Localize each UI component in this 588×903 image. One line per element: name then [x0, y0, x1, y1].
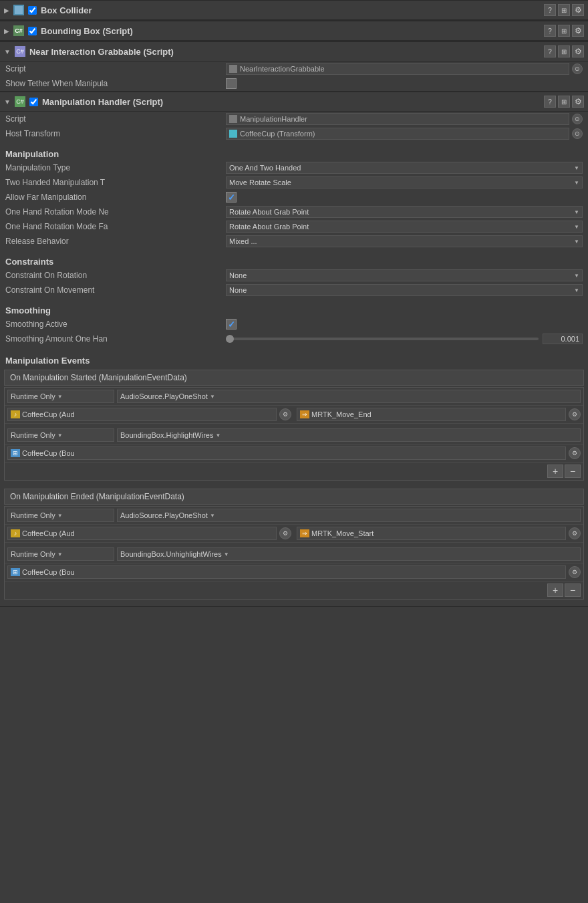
manip-type-dropdown-arrow: ▼ [574, 165, 579, 171]
one-hand-near-dropdown[interactable]: Rotate About Grab Point ▼ [226, 206, 583, 218]
near-script-value: NearInteractionGrabbable [240, 65, 325, 73]
manip-started-group-title: On Manipulation Started (ManipulationEve… [4, 370, 584, 386]
manip-type-dropdown[interactable]: One And Two Handed ▼ [226, 162, 583, 174]
manip-started-runtime-label-2: Runtime Only [11, 431, 55, 439]
near-script-circle-btn[interactable]: ⊙ [572, 63, 583, 74]
near-interaction-chevron[interactable]: ▼ [4, 48, 11, 55]
near-script-row: Script NearInteractionGrabbable ⊙ [0, 61, 588, 76]
near-tether-value-container [226, 78, 583, 89]
manip-ended-runtime-dropdown-1[interactable]: Runtime Only ▼ [7, 509, 114, 522]
two-handed-dropdown[interactable]: Move Rotate Scale ▼ [226, 176, 583, 188]
manip-started-func-arrow-2: ▼ [215, 432, 220, 438]
constraint-rotation-row: Constraint On Rotation None ▼ [0, 268, 588, 283]
manip-ended-settings-2[interactable]: ⚙ [569, 566, 581, 578]
manip-ended-add-btn[interactable]: + [547, 584, 563, 597]
manip-started-add-btn[interactable]: + [547, 465, 563, 478]
smoothing-active-checkmark: ✓ [228, 320, 235, 329]
constraint-movement-value-container[interactable]: None ▼ [226, 284, 583, 296]
near-interaction-help-btn[interactable]: ? [544, 45, 556, 57]
release-behavior-dropdown[interactable]: Mixed ... ▼ [226, 235, 583, 247]
one-hand-near-value-container[interactable]: Rotate About Grab Point ▼ [226, 206, 583, 218]
smoothing-amount-slider-thumb[interactable] [226, 335, 234, 343]
manip-handler-gear-btn[interactable]: ⚙ [572, 96, 584, 108]
two-handed-row: Two Handed Manipulation T Move Rotate Sc… [0, 175, 588, 190]
box-collider-enabled-checkbox[interactable] [28, 6, 37, 15]
manip-type-label: Manipulation Type [5, 163, 226, 172]
near-interaction-expand-btn[interactable]: ⊞ [558, 45, 570, 57]
one-hand-far-dropdown[interactable]: Rotate About Grab Point ▼ [226, 221, 583, 233]
smoothing-amount-slider-track[interactable] [226, 338, 539, 340]
manip-started-object-row-2: ⊞ CoffeeCup (Bou ⚙ [5, 444, 583, 462]
manip-started-func-label-1: AudioSource.PlayOneShot [120, 392, 208, 400]
manip-started-runtime-dropdown-2[interactable]: Runtime Only ▼ [7, 428, 114, 442]
box-collider-header-icons: ? ⊞ ⚙ [544, 4, 584, 16]
near-script-field: NearInteractionGrabbable [226, 63, 569, 75]
one-hand-far-value-container[interactable]: Rotate About Grab Point ▼ [226, 221, 583, 233]
manip-ended-func-dropdown-1[interactable]: AudioSource.PlayOneShot ▼ [117, 509, 581, 522]
allow-far-checkbox[interactable]: ✓ [226, 192, 237, 203]
manip-handler-enabled-checkbox[interactable] [29, 98, 38, 106]
manip-ended-remove-btn[interactable]: − [565, 584, 581, 597]
manip-host-transform-field: CoffeeCup (Transform) [226, 128, 569, 140]
manip-ended-settings-1[interactable]: ⚙ [279, 527, 291, 539]
constraint-rotation-dropdown[interactable]: None ▼ [226, 269, 583, 281]
manip-ended-obj-ref-1: ♪ CoffeeCup (Aud [7, 527, 277, 540]
smoothing-active-checkbox[interactable]: ✓ [226, 319, 237, 330]
bounding-box-enabled-checkbox[interactable] [28, 27, 37, 35]
smoothing-active-row: Smoothing Active ✓ [0, 317, 588, 332]
manip-started-settings-1[interactable]: ⚙ [279, 408, 291, 420]
one-hand-near-dropdown-arrow: ▼ [574, 209, 579, 215]
smoothing-amount-value[interactable]: 0.001 [543, 334, 583, 344]
box-collider-section: ▶ Box Collider ? ⊞ ⚙ [0, 0, 588, 21]
manip-ended-clip-settings-1[interactable]: ⚙ [569, 527, 581, 539]
manip-type-value-container[interactable]: One And Two Handed ▼ [226, 162, 583, 174]
manip-ended-group-title: On Manipulation Ended (ManipulationEvent… [4, 489, 584, 505]
manip-started-remove-btn[interactable]: − [565, 465, 581, 478]
audio-icon-1: ♪ [11, 410, 20, 418]
manip-started-clip-settings-1[interactable]: ⚙ [569, 408, 581, 420]
constraint-movement-dropdown[interactable]: None ▼ [226, 284, 583, 296]
manip-handler-chevron[interactable]: ▼ [4, 98, 11, 106]
bounding-box-help-btn[interactable]: ? [544, 25, 556, 37]
constraint-rotation-value-container[interactable]: None ▼ [226, 269, 583, 281]
manip-started-settings-2[interactable]: ⚙ [569, 447, 581, 459]
manip-host-transform-circle-btn[interactable]: ⊙ [572, 128, 583, 139]
manip-ended-obj-label-1: CoffeeCup (Aud [22, 529, 75, 537]
near-tether-checkbox[interactable] [226, 78, 237, 89]
box-collider-chevron[interactable]: ▶ [4, 7, 9, 14]
one-hand-near-label: One Hand Rotation Mode Ne [5, 207, 226, 217]
manip-script-icon [229, 115, 237, 123]
box-collider-expand-btn[interactable]: ⊞ [558, 4, 570, 16]
manip-ended-func-label-1: AudioSource.PlayOneShot [120, 511, 208, 519]
two-handed-value-container[interactable]: Move Rotate Scale ▼ [226, 176, 583, 188]
manip-handler-expand-btn[interactable]: ⊞ [558, 96, 570, 108]
smoothing-amount-value-container: 0.001 [226, 334, 583, 344]
manip-started-runtime-dropdown-1[interactable]: Runtime Only ▼ [7, 390, 114, 403]
manip-started-func-dropdown-1[interactable]: AudioSource.PlayOneShot ▼ [117, 390, 581, 403]
audio-icon-2: ♪ [11, 529, 20, 537]
manip-script-row: Script ManipulationHandler ⊙ [0, 112, 588, 126]
manip-started-clip-ref-1: ⇒ MRTK_Move_End [297, 408, 566, 421]
manip-ended-runtime-label-2: Runtime Only [11, 550, 55, 558]
release-behavior-dropdown-value: Mixed ... [229, 237, 257, 245]
allow-far-checkmark: ✓ [228, 193, 235, 202]
manip-started-func-dropdown-2[interactable]: BoundingBox.HighlightWires ▼ [117, 428, 581, 442]
manip-ended-runtime-dropdown-2[interactable]: Runtime Only ▼ [7, 547, 114, 561]
near-interaction-gear-btn[interactable]: ⚙ [572, 45, 584, 57]
manip-started-obj-label-2: CoffeeCup (Bou [22, 449, 75, 457]
manip-script-field: ManipulationHandler [226, 113, 569, 125]
manip-ended-func-dropdown-2[interactable]: BoundingBox.UnhighlightWires ▼ [117, 547, 581, 561]
bounding-box-expand-btn[interactable]: ⊞ [558, 25, 570, 37]
manip-script-circle-btn[interactable]: ⊙ [572, 114, 583, 124]
one-hand-near-row: One Hand Rotation Mode Ne Rotate About G… [0, 205, 588, 219]
manip-handler-help-btn[interactable]: ? [544, 96, 556, 108]
box-collider-help-btn[interactable]: ? [544, 4, 556, 16]
release-behavior-value-container[interactable]: Mixed ... ▼ [226, 235, 583, 247]
bounding-box-chevron[interactable]: ▶ [4, 27, 9, 35]
manip-host-transform-value: CoffeeCup (Transform) [240, 130, 315, 138]
bounding-box-gear-btn[interactable]: ⚙ [572, 25, 584, 37]
box-collider-gear-btn[interactable]: ⚙ [572, 4, 584, 16]
near-tether-row: Show Tether When Manipula [0, 76, 588, 91]
events-container: On Manipulation Started (ManipulationEve… [0, 367, 588, 606]
clip-icon-1: ⇒ [300, 410, 309, 418]
